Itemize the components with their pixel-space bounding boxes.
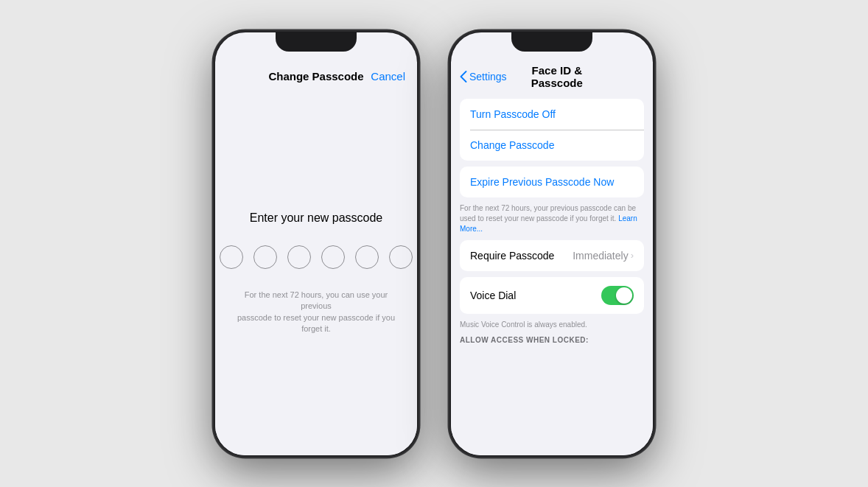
left-status-icons	[399, 46, 402, 59]
passcode-hint: For the next 72 hours, you can use your …	[233, 290, 399, 335]
left-phone: Change Passcode Cancel Enter your new pa…	[213, 30, 419, 458]
require-passcode-group: Require Passcode Immediately ›	[460, 240, 644, 271]
dot-4	[321, 245, 345, 269]
voice-dial-toggle[interactable]	[601, 286, 634, 305]
turn-passcode-off-label: Turn Passcode Off	[470, 108, 634, 120]
notch	[276, 32, 357, 52]
right-screen-content: Settings Face ID & Passcode Turn Passcod…	[451, 62, 653, 455]
settings-page-title: Face ID & Passcode	[507, 64, 607, 89]
expire-hint-text: For the next 72 hours, your previous pas…	[460, 204, 636, 223]
passcode-dots	[220, 245, 413, 269]
require-passcode-value: Immediately ›	[573, 250, 634, 262]
passcode-content: Enter your new passcode For the next 72 …	[215, 91, 417, 455]
expire-passcode-label: Expire Previous Passcode Now	[470, 176, 634, 188]
voice-dial-label: Voice Dial	[470, 290, 601, 301]
notch-right	[511, 32, 592, 52]
turn-passcode-off-row[interactable]: Turn Passcode Off	[460, 99, 644, 130]
settings-navbar: Settings Face ID & Passcode	[451, 62, 653, 91]
phones-container: Change Passcode Cancel Enter your new pa…	[213, 30, 655, 458]
navbar-title: Change Passcode	[268, 70, 363, 83]
expire-passcode-group: Expire Previous Passcode Now	[460, 167, 644, 197]
right-status-icons	[635, 46, 638, 59]
change-passcode-navbar: Change Passcode Cancel	[215, 62, 417, 91]
require-passcode-label: Require Passcode	[470, 250, 573, 262]
passcode-prompt: Enter your new passcode	[250, 211, 383, 225]
change-passcode-label: Change Passcode	[470, 139, 634, 151]
allow-access-section-label: ALLOW ACCESS WHEN LOCKED:	[460, 336, 644, 344]
voice-dial-group: Voice Dial	[460, 277, 644, 314]
dot-1	[220, 245, 243, 269]
expire-passcode-row[interactable]: Expire Previous Passcode Now	[460, 167, 644, 197]
dot-6	[389, 245, 413, 269]
change-passcode-row[interactable]: Change Passcode	[460, 130, 644, 161]
voice-dial-row: Voice Dial	[460, 277, 644, 314]
back-label: Settings	[469, 71, 507, 83]
settings-content: Turn Passcode Off Change Passcode Expire…	[451, 91, 653, 455]
dot-2	[253, 245, 277, 269]
require-passcode-row[interactable]: Require Passcode Immediately ›	[460, 240, 644, 271]
passcode-options-group: Turn Passcode Off Change Passcode	[460, 99, 644, 161]
dot-5	[355, 245, 379, 269]
voice-dial-hint: Music Voice Control is always enabled.	[460, 320, 644, 330]
chevron-right-icon: ›	[631, 250, 634, 261]
cancel-button[interactable]: Cancel	[371, 70, 405, 83]
dot-3	[287, 245, 311, 269]
back-button[interactable]: Settings	[460, 71, 507, 83]
left-screen-content: Change Passcode Cancel Enter your new pa…	[215, 62, 417, 455]
immediately-label: Immediately	[573, 250, 628, 262]
expire-hint: For the next 72 hours, your previous pas…	[460, 203, 644, 234]
right-phone: Settings Face ID & Passcode Turn Passcod…	[449, 30, 655, 458]
toggle-knob	[616, 287, 632, 304]
